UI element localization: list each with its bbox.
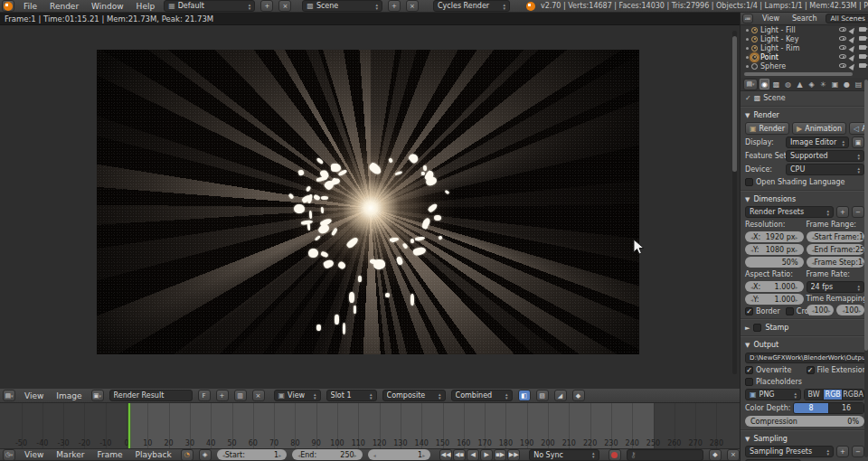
outliner-item-label[interactable]: Light - Fill <box>760 26 836 34</box>
outliner-item-point[interactable]: Point <box>741 52 868 61</box>
crop-checkbox[interactable] <box>786 307 794 315</box>
view-mode-dropdown[interactable]: ▣View▴▾ <box>274 390 321 401</box>
properties-tab-object-icon[interactable]: ▲ <box>795 79 805 89</box>
unlink-image-button[interactable]: × <box>252 390 265 401</box>
disclosure-dot[interactable] <box>746 47 749 50</box>
disclosure-dot[interactable] <box>746 38 749 41</box>
close-scene-button[interactable]: × <box>406 0 419 12</box>
outliner-item-light-rim[interactable]: Light - Rim <box>741 43 868 52</box>
menu-help[interactable]: Help <box>133 2 159 11</box>
image-name-field[interactable]: Render Result <box>109 390 193 401</box>
delete-keyframe-button[interactable]: × <box>727 449 740 461</box>
menu-file[interactable]: File <box>20 2 41 11</box>
image-menu-view[interactable]: View <box>21 391 47 400</box>
frame-step-field[interactable]: ◂Frame Step:1▸ <box>807 257 865 268</box>
play-button[interactable]: ▶ <box>480 449 493 461</box>
scene-selector[interactable]: ▩ Scene▴▾ <box>302 0 382 12</box>
output-path-field[interactable]: D:\NewGFXWork\BlenderWork\Output\ <box>745 353 868 363</box>
remap-new-field[interactable]: ◂100▸ <box>836 305 864 315</box>
outliner-menu-search[interactable]: Search <box>788 14 820 23</box>
outliner-item-light-fill[interactable]: Light - Fill <box>741 25 868 34</box>
outliner-hscrollbar[interactable] <box>744 72 853 76</box>
display-channels-alpha-button[interactable]: ▨ <box>536 390 549 401</box>
prev-keyframe-button[interactable]: ◀▪ <box>453 449 466 461</box>
visibility-eye-icon[interactable] <box>839 36 846 41</box>
properties-tab-constraints-icon[interactable]: ◈ <box>807 79 816 89</box>
border-checkbox[interactable]: ✓ <box>745 307 753 315</box>
render-button[interactable]: ▣Render <box>745 122 789 135</box>
selectability-cursor-icon[interactable] <box>849 43 857 52</box>
remove-preset-button[interactable]: − <box>852 206 864 218</box>
layer-dropdown[interactable]: Composite▴▾ <box>382 390 446 401</box>
insert-keyframe-button[interactable]: ◆ <box>709 449 722 461</box>
disclosure-dot[interactable] <box>746 56 749 59</box>
renderability-camera-icon[interactable] <box>859 36 866 41</box>
compression-slider[interactable]: Compression0% <box>745 416 864 427</box>
resolution-x-field[interactable]: ◂X:1920 px▸ <box>745 231 804 242</box>
color-mode-rgba[interactable]: RGBA <box>843 390 863 400</box>
play-reverse-button[interactable]: ◀ <box>467 449 479 461</box>
image-editor-viewport[interactable] <box>0 25 740 389</box>
resolution-percentage-slider[interactable]: 50% <box>745 257 804 268</box>
image-menu-image[interactable]: Image <box>52 391 85 400</box>
selectability-cursor-icon[interactable] <box>849 52 857 61</box>
pin-icon[interactable]: ✓ <box>745 94 751 102</box>
visibility-eye-icon[interactable] <box>839 54 846 59</box>
file-format-dropdown[interactable]: ▣PNG▴▾ <box>745 389 801 400</box>
auto-keyframe-button[interactable] <box>609 449 621 461</box>
outliner-item-label[interactable]: Light - Key <box>760 35 836 43</box>
aspect-x-field[interactable]: ◂X:1.000▸ <box>745 281 804 292</box>
visibility-eye-icon[interactable] <box>839 63 846 68</box>
pivot-button[interactable]: ◆ <box>572 390 585 401</box>
display-dropdown[interactable]: Image Editor▴▾ <box>786 136 849 148</box>
outliner-display-filter[interactable]: All Scenes▴▾ <box>826 14 868 24</box>
start-frame-prop-field[interactable]: ◂Start Frame:1▸ <box>807 231 865 242</box>
selectability-cursor-icon[interactable] <box>849 25 857 33</box>
remove-sampling-preset-button[interactable]: − <box>852 446 864 457</box>
stamp-checkbox[interactable] <box>753 324 761 332</box>
timeline-playhead[interactable] <box>128 403 130 448</box>
editor-type-button[interactable]: ▤▾ <box>3 390 15 401</box>
properties-tab-render-icon[interactable]: ◉ <box>760 79 769 89</box>
screen-layout-selector[interactable]: ▦ Default▴▾ <box>164 0 255 12</box>
timeline-menu-playback[interactable]: Playback <box>132 450 175 459</box>
app-menu-button[interactable] <box>2 0 14 12</box>
properties-scrollbar[interactable] <box>864 80 868 457</box>
renderability-camera-icon[interactable] <box>859 54 866 59</box>
image-view-scrollbar[interactable] <box>732 31 737 374</box>
sync-mode-dropdown[interactable]: No Sync▴▾ <box>529 449 599 461</box>
sample-line-button[interactable]: ◢ <box>554 390 567 401</box>
editor-type-button-properties[interactable]: ▤▾ <box>743 79 758 90</box>
close-layout-button[interactable]: × <box>278 0 291 12</box>
display-channels-color-button[interactable]: ◧ <box>518 390 531 401</box>
color-mode-bw[interactable]: BW <box>805 390 824 400</box>
menu-window[interactable]: Window <box>88 2 127 11</box>
fake-user-button[interactable]: F <box>198 390 211 401</box>
sampling-presets-dropdown[interactable]: Sampling Presets▴▾ <box>745 446 834 457</box>
outliner-item-label[interactable]: Light - Rim <box>760 44 836 52</box>
feature-set-dropdown[interactable]: Supported▴▾ <box>786 150 864 162</box>
timeline-ruler-area[interactable]: -50-40-30-20-100102030405060708090100110… <box>0 403 740 448</box>
outliner-menu-view[interactable]: View <box>759 14 783 23</box>
render-presets-dropdown[interactable]: Render Presets▴▾ <box>745 206 834 218</box>
properties-tab-material-icon[interactable]: ● <box>842 79 852 89</box>
disclosure-dot[interactable] <box>746 29 749 32</box>
overwrite-checkbox[interactable]: ✓ <box>745 366 753 374</box>
add-scene-button[interactable]: + <box>388 0 401 12</box>
device-dropdown[interactable]: CPU▴▾ <box>786 164 864 175</box>
timeline-menu-marker[interactable]: Marker <box>52 450 88 459</box>
preview-range-toggle[interactable]: ◔ <box>181 449 193 461</box>
outliner-item-sphere[interactable]: Sphere <box>741 61 868 71</box>
renderability-camera-icon[interactable] <box>859 45 866 50</box>
pack-image-button[interactable]: ▥ <box>234 390 247 401</box>
slot-dropdown[interactable]: Slot 1▴▾ <box>326 390 377 401</box>
color-depth-8[interactable]: 8 <box>794 403 829 413</box>
add-sampling-preset-button[interactable]: + <box>836 446 849 457</box>
new-image-button[interactable]: + <box>216 390 229 401</box>
visibility-eye-icon[interactable] <box>839 45 846 50</box>
visibility-eye-icon[interactable] <box>839 27 846 32</box>
properties-tab-object-data-icon[interactable]: ▣ <box>830 79 840 89</box>
properties-tab-modifiers-icon[interactable]: ✳ <box>818 79 828 89</box>
animation-button[interactable]: ▶Animation <box>792 122 846 135</box>
outliner-item-label[interactable]: Point <box>760 53 836 61</box>
